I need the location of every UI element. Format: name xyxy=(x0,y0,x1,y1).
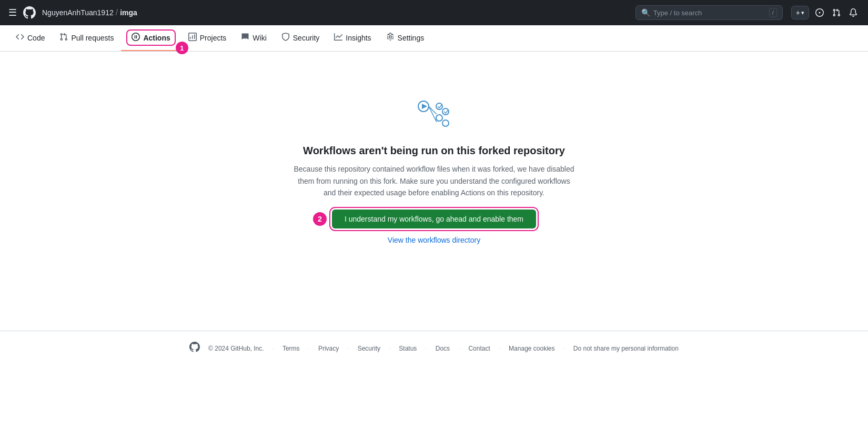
footer-sep-1: · xyxy=(272,345,274,352)
enable-button-wrapper: 2 I understand my workflows, go ahead an… xyxy=(332,210,536,228)
hamburger-icon[interactable]: ☰ xyxy=(8,7,17,18)
security-icon xyxy=(281,33,290,43)
main-content: Workflows aren't being run on this forke… xyxy=(0,52,868,288)
global-search-area: 🔍 Type / to search / + ▾ xyxy=(635,5,860,20)
tab-actions-label: Actions xyxy=(143,34,170,42)
tab-actions[interactable]: Actions 1 xyxy=(121,25,180,51)
tab-wiki[interactable]: Wiki xyxy=(234,26,274,50)
workflows-title: Workflows aren't being run on this forke… xyxy=(303,145,565,157)
footer-terms[interactable]: Terms xyxy=(282,345,300,352)
footer-sep-8: · xyxy=(563,345,565,352)
code-icon xyxy=(16,33,24,43)
svg-point-4 xyxy=(436,103,442,110)
annotation-badge-2: 2 xyxy=(313,212,327,226)
search-box[interactable]: 🔍 Type / to search / xyxy=(635,5,783,20)
tab-security-label: Security xyxy=(293,34,320,42)
workflows-description: Because this repository contained workfl… xyxy=(292,163,576,198)
footer-sep-6: · xyxy=(458,345,460,352)
issues-icon[interactable] xyxy=(813,6,826,19)
footer-github-logo xyxy=(189,342,200,355)
footer-privacy[interactable]: Privacy xyxy=(318,345,339,352)
footer-do-not-share[interactable]: Do not share my personal information xyxy=(573,345,679,352)
footer-copyright: © 2024 GitHub, Inc. xyxy=(208,345,264,352)
plus-icon: + xyxy=(796,8,800,17)
enable-workflows-button[interactable]: I understand my workflows, go ahead and … xyxy=(332,210,536,228)
tab-projects[interactable]: Projects xyxy=(181,26,234,50)
search-placeholder: Type / to search xyxy=(653,9,702,17)
projects-icon xyxy=(188,33,197,43)
view-workflows-link[interactable]: View the workflows directory xyxy=(388,236,480,244)
tab-security[interactable]: Security xyxy=(274,26,327,50)
breadcrumb: NguyenAnhTuan1912 / imga xyxy=(42,8,137,17)
footer-status[interactable]: Status xyxy=(399,345,417,352)
svg-marker-1 xyxy=(422,104,427,109)
footer-contact[interactable]: Contact xyxy=(468,345,490,352)
insights-icon xyxy=(334,33,342,43)
actions-icon xyxy=(132,33,140,43)
pull-request-icon xyxy=(59,33,68,43)
global-nav: ☰ NguyenAnhTuan1912 / imga 🔍 Type / to s… xyxy=(0,0,868,25)
site-footer: © 2024 GitHub, Inc. · Terms · Privacy · … xyxy=(0,331,868,365)
crumb-separator: / xyxy=(116,8,118,17)
svg-line-3 xyxy=(429,106,437,122)
wiki-icon xyxy=(241,33,249,43)
footer-sep-5: · xyxy=(425,345,427,352)
repo-header: Code Pull requests Actions 1 Proj xyxy=(0,25,868,52)
repo-name-link[interactable]: imga xyxy=(120,8,137,17)
tab-code-label: Code xyxy=(27,34,45,42)
annotation-badge-1: 1 xyxy=(176,42,188,54)
tab-code[interactable]: Code xyxy=(8,26,52,50)
footer-sep-4: · xyxy=(389,345,390,352)
svg-point-5 xyxy=(442,108,449,115)
svg-line-2 xyxy=(429,106,437,114)
footer-sep-7: · xyxy=(499,345,500,352)
svg-point-6 xyxy=(436,115,442,121)
footer-manage-cookies[interactable]: Manage cookies xyxy=(509,345,554,352)
settings-icon xyxy=(386,33,395,43)
footer-security[interactable]: Security xyxy=(358,345,380,352)
tab-projects-label: Projects xyxy=(200,34,227,42)
tab-insights-label: Insights xyxy=(346,34,371,42)
github-logo[interactable] xyxy=(23,6,36,19)
tab-settings[interactable]: Settings xyxy=(379,26,432,50)
pull-requests-icon[interactable] xyxy=(830,6,843,19)
chevron-down-icon: ▾ xyxy=(801,9,804,16)
tab-pull-requests[interactable]: Pull requests xyxy=(52,26,121,50)
footer-sep-2: · xyxy=(308,345,310,352)
tab-settings-label: Settings xyxy=(398,34,425,42)
tab-wiki-label: Wiki xyxy=(253,34,266,42)
tab-pull-requests-label: Pull requests xyxy=(71,34,114,42)
footer-docs[interactable]: Docs xyxy=(436,345,450,352)
workflow-illustration xyxy=(413,96,455,134)
tab-insights[interactable]: Insights xyxy=(327,26,378,50)
repo-tabs: Code Pull requests Actions 1 Proj xyxy=(8,25,860,51)
footer-sep-3: · xyxy=(347,345,349,352)
notifications-icon[interactable] xyxy=(847,6,860,19)
username-link[interactable]: NguyenAnhTuan1912 xyxy=(42,8,114,17)
search-kbd: / xyxy=(769,8,777,17)
global-nav-actions: + ▾ xyxy=(791,6,860,19)
new-item-button[interactable]: + ▾ xyxy=(791,6,809,19)
svg-point-7 xyxy=(442,120,449,126)
search-icon: 🔍 xyxy=(641,8,650,17)
